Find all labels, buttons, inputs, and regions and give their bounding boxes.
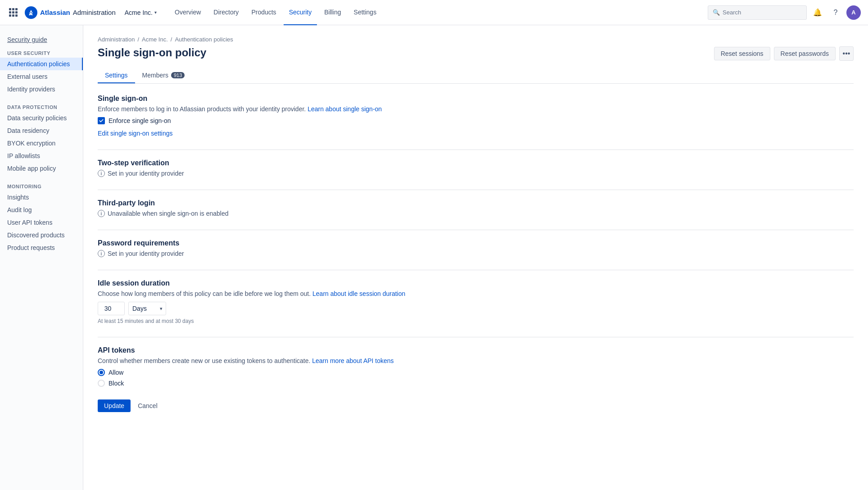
password-req-info-row: i Set in your identity provider	[98, 250, 854, 257]
api-tokens-section: API tokens Control whether members creat…	[98, 346, 854, 387]
more-options-icon: •••	[843, 50, 850, 58]
apps-menu-icon[interactable]	[7, 6, 19, 18]
org-chevron-icon: ▾	[154, 10, 157, 15]
api-tokens-learn-more-link[interactable]: Learn more about API tokens	[312, 357, 393, 364]
single-sign-on-section: Single sign-on Enforce members to log in…	[98, 95, 854, 137]
api-tokens-block-label: Block	[108, 380, 124, 387]
password-req-info-text: Set in your identity provider	[108, 250, 184, 257]
search-box[interactable]: 🔍 Search	[708, 5, 807, 20]
sidebar-item-data-security-policies[interactable]: Data security policies	[0, 112, 83, 124]
page-actions: Reset sessions Reset passwords •••	[714, 46, 854, 61]
content-tabs: Settings Members 913	[98, 68, 854, 84]
org-name: Acme Inc.	[125, 9, 153, 16]
api-tokens-title: API tokens	[98, 346, 854, 354]
checkbox-check-icon	[99, 118, 104, 123]
sidebar-item-product-requests[interactable]: Product requests	[0, 241, 83, 254]
sidebar-item-discovered-products[interactable]: Discovered products	[0, 229, 83, 241]
nav-security[interactable]: Security	[284, 0, 317, 25]
divider-1	[98, 150, 854, 150]
breadcrumb-sep-1: /	[137, 36, 139, 43]
form-actions: Update Cancel	[98, 399, 854, 412]
sso-description: Enforce members to log in to Atlassian p…	[98, 105, 854, 113]
tab-members-badge: 913	[171, 72, 185, 78]
notifications-icon[interactable]: 🔔	[810, 5, 825, 20]
sidebar-item-identity-providers[interactable]: Identity providers	[0, 83, 83, 95]
idle-session-desc: Choose how long members of this policy c…	[98, 290, 854, 297]
search-icon: 🔍	[713, 9, 720, 16]
third-party-login-section: Third-party login i Unavailable when sin…	[98, 199, 854, 217]
main-nav-links: Overview Directory Products Security Bil…	[169, 0, 382, 25]
sidebar-item-user-api-tokens[interactable]: User API tokens	[0, 216, 83, 229]
reset-sessions-button[interactable]: Reset sessions	[714, 47, 770, 60]
divider-3	[98, 230, 854, 230]
breadcrumb-administration[interactable]: Administration	[98, 36, 135, 43]
breadcrumb-acme[interactable]: Acme Inc.	[142, 36, 168, 43]
administration-text: Administration	[73, 9, 116, 16]
atlassian-logo-icon	[25, 6, 37, 19]
tab-members-label: Members	[142, 72, 168, 79]
cancel-button[interactable]: Cancel	[134, 399, 161, 412]
sidebar-item-data-residency[interactable]: Data residency	[0, 124, 83, 137]
idle-session-title: Idle session duration	[98, 279, 854, 287]
sidebar-item-security-guide[interactable]: Security guide	[0, 32, 83, 47]
password-req-title: Password requirements	[98, 239, 854, 247]
sidebar-item-external-users[interactable]: External users	[0, 70, 83, 83]
api-tokens-allow-radio[interactable]	[98, 369, 105, 376]
top-navigation: Atlassian Administration Acme Inc. ▾ Ove…	[0, 0, 868, 25]
reset-passwords-button[interactable]: Reset passwords	[774, 47, 836, 60]
api-tokens-block-radio[interactable]	[98, 380, 105, 387]
atlassian-text: Atlassian	[40, 9, 70, 16]
search-placeholder: Search	[723, 9, 741, 16]
sso-title: Single sign-on	[98, 95, 854, 103]
two-step-info-row: i Set in your identity provider	[98, 170, 854, 177]
user-avatar[interactable]: A	[846, 5, 861, 20]
duration-input[interactable]	[98, 302, 125, 315]
nav-billing[interactable]: Billing	[319, 0, 346, 25]
sidebar-item-audit-log[interactable]: Audit log	[0, 204, 83, 216]
main-layout: Security guide USER SECURITY Authenticat…	[0, 25, 868, 490]
update-button[interactable]: Update	[98, 399, 131, 412]
tab-settings[interactable]: Settings	[98, 68, 135, 83]
idle-session-learn-more-link[interactable]: Learn about idle session duration	[312, 290, 405, 297]
enforce-sso-checkbox[interactable]	[98, 117, 105, 124]
duration-unit-select[interactable]: Days Hours Minutes	[128, 302, 166, 315]
org-selector[interactable]: Acme Inc. ▾	[121, 7, 160, 18]
enforce-sso-checkbox-row: Enforce single sign-on	[98, 117, 854, 124]
sidebar-item-insights[interactable]: Insights	[0, 191, 83, 204]
sidebar-item-byok-encryption[interactable]: BYOK encryption	[0, 137, 83, 150]
sidebar-item-mobile-app-policy[interactable]: Mobile app policy	[0, 162, 83, 175]
nav-directory[interactable]: Directory	[208, 0, 244, 25]
enforce-sso-label: Enforce single sign-on	[108, 117, 171, 124]
duration-helper-text: At least 15 minutes and at most 30 days	[98, 318, 854, 324]
duration-unit-wrapper: Days Hours Minutes	[128, 302, 166, 315]
password-requirements-section: Password requirements i Set in your iden…	[98, 239, 854, 257]
third-party-info-row: i Unavailable when single sign-on is ena…	[98, 210, 854, 217]
two-step-info-icon: i	[98, 170, 105, 177]
nav-right: 🔍 Search 🔔 ? A	[708, 5, 861, 20]
sidebar-section-monitoring-label: MONITORING	[0, 180, 83, 191]
api-tokens-block-row: Block	[98, 380, 854, 387]
atlassian-logo[interactable]: Atlassian Administration	[25, 6, 116, 19]
breadcrumb: Administration / Acme Inc. / Authenticat…	[98, 36, 854, 43]
sidebar-item-ip-allowlists[interactable]: IP allowlists	[0, 150, 83, 162]
api-tokens-allow-row: Allow	[98, 369, 854, 376]
tab-members[interactable]: Members 913	[135, 68, 192, 83]
sidebar-item-authentication-policies[interactable]: Authentication policies	[0, 58, 83, 70]
help-icon[interactable]: ?	[828, 5, 843, 20]
sidebar: Security guide USER SECURITY Authenticat…	[0, 25, 83, 490]
more-options-button[interactable]: •••	[839, 46, 854, 61]
atlassian-wordmark-svg	[27, 9, 35, 17]
nav-products[interactable]: Products	[246, 0, 281, 25]
nav-settings[interactable]: Settings	[348, 0, 382, 25]
idle-session-section: Idle session duration Choose how long me…	[98, 279, 854, 324]
sidebar-section-user-security-label: USER SECURITY	[0, 47, 83, 58]
api-tokens-radio-group: Allow Block	[98, 369, 854, 387]
sso-learn-more-link[interactable]: Learn about single sign-on	[307, 105, 382, 113]
divider-4	[98, 270, 854, 270]
nav-overview[interactable]: Overview	[169, 0, 206, 25]
api-tokens-desc: Control whether members create new or us…	[98, 357, 854, 364]
third-party-info-text: Unavailable when single sign-on is enabl…	[108, 210, 229, 217]
nav-left: Atlassian Administration Acme Inc. ▾ Ove…	[7, 0, 382, 25]
breadcrumb-auth-policies[interactable]: Authentication policies	[175, 36, 233, 43]
edit-sso-settings-link[interactable]: Edit single sign-on settings	[98, 130, 173, 137]
